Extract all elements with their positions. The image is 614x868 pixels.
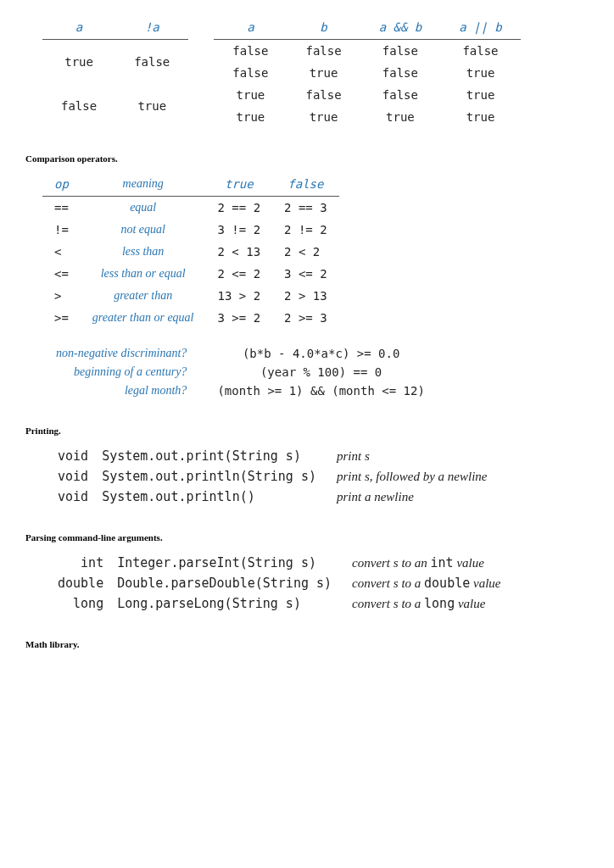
table-row: falsetruefalsetrue bbox=[214, 62, 520, 84]
table-row: longLong.parseLong(String s)convert s to… bbox=[51, 593, 507, 614]
signature: System.out.println(String s) bbox=[95, 466, 323, 487]
return-type: void bbox=[51, 446, 95, 466]
table-row: >=greater than or equal3 >= 22 >= 3 bbox=[42, 307, 339, 329]
question-cell: beginning of a century? bbox=[51, 363, 212, 381]
op-cell: != bbox=[42, 219, 81, 241]
comparison-table: op meaning true false ==equal2 == 22 == … bbox=[42, 174, 339, 329]
table-row: beginning of a century?(year % 100) == 0 bbox=[51, 363, 430, 381]
meaning-cell: less than bbox=[81, 241, 206, 263]
cell: false bbox=[214, 62, 287, 84]
return-type: void bbox=[51, 466, 95, 487]
cell: true bbox=[287, 106, 360, 128]
false-cell: 2 == 3 bbox=[272, 197, 339, 220]
table-row: voidSystem.out.println()print a newline bbox=[51, 487, 494, 507]
false-cell: 2 > 13 bbox=[272, 285, 339, 307]
cell: false bbox=[360, 40, 441, 63]
true-cell: 2 <= 2 bbox=[206, 263, 273, 285]
true-cell: 2 == 2 bbox=[206, 197, 273, 220]
answer-cell: (b*b - 4.0*a*c) >= 0.0 bbox=[212, 344, 429, 363]
cell: true bbox=[287, 62, 360, 84]
col-b: b bbox=[287, 17, 360, 40]
description: print s bbox=[323, 446, 494, 466]
cell: false bbox=[42, 84, 115, 128]
col-or: a || b bbox=[440, 17, 521, 40]
op-cell: <= bbox=[42, 263, 81, 285]
description: print s, followed by a newline bbox=[323, 466, 494, 487]
truth-tables: a !a truefalsefalsetrue a b a && b a || … bbox=[42, 17, 614, 128]
cell: true bbox=[42, 40, 115, 85]
cell: true bbox=[214, 84, 287, 106]
col-a: a bbox=[42, 17, 115, 40]
meaning-cell: less than or equal bbox=[81, 263, 206, 285]
description: convert s to a long value bbox=[338, 593, 507, 614]
answer-cell: (year % 100) == 0 bbox=[212, 363, 429, 381]
meaning-cell: greater than bbox=[81, 285, 206, 307]
col-false: false bbox=[272, 174, 339, 197]
answer-cell: (month >= 1) && (month <= 12) bbox=[212, 381, 429, 400]
col-not-a: !a bbox=[115, 17, 188, 40]
cell: true bbox=[115, 84, 188, 128]
false-cell: 2 < 2 bbox=[272, 241, 339, 263]
return-type: int bbox=[51, 553, 110, 573]
false-cell: 2 != 2 bbox=[272, 219, 339, 241]
cell: false bbox=[115, 40, 188, 85]
col-true: true bbox=[206, 174, 273, 197]
col-meaning: meaning bbox=[81, 174, 206, 197]
cell: false bbox=[287, 84, 360, 106]
signature: Long.parseLong(String s) bbox=[110, 593, 338, 614]
section-comparison: Comparison operators. bbox=[25, 153, 614, 164]
cell: false bbox=[214, 40, 287, 63]
false-cell: 2 >= 3 bbox=[272, 307, 339, 329]
printing-api: voidSystem.out.print(String s)print svoi… bbox=[51, 446, 494, 507]
table-row: legal month?(month >= 1) && (month <= 12… bbox=[51, 381, 430, 400]
true-cell: 3 != 2 bbox=[206, 219, 273, 241]
description: convert s to a double value bbox=[338, 573, 507, 593]
table-row: <less than2 < 132 < 2 bbox=[42, 241, 339, 263]
table-row: >greater than13 > 22 > 13 bbox=[42, 285, 339, 307]
signature: System.out.println() bbox=[95, 487, 323, 507]
cell: true bbox=[440, 84, 521, 106]
parsing-api: intInteger.parseInt(String s)convert s t… bbox=[51, 553, 507, 614]
true-cell: 3 >= 2 bbox=[206, 307, 273, 329]
signature: Double.parseDouble(String s) bbox=[110, 573, 338, 593]
table-row: !=not equal3 != 22 != 2 bbox=[42, 219, 339, 241]
cell: false bbox=[360, 62, 441, 84]
col-and: a && b bbox=[360, 17, 441, 40]
op-cell: == bbox=[42, 197, 81, 220]
table-row: falsetrue bbox=[42, 84, 188, 128]
table-row: truefalsefalsetrue bbox=[214, 84, 520, 106]
table-row: voidSystem.out.print(String s)print s bbox=[51, 446, 494, 466]
signature: System.out.print(String s) bbox=[95, 446, 323, 466]
expression-examples: non-negative discriminant?(b*b - 4.0*a*c… bbox=[51, 344, 430, 400]
op-cell: > bbox=[42, 285, 81, 307]
meaning-cell: greater than or equal bbox=[81, 307, 206, 329]
col-a: a bbox=[214, 17, 287, 40]
table-row: intInteger.parseInt(String s)convert s t… bbox=[51, 553, 507, 573]
truth-table-and-or: a b a && b a || b falsefalsefalsefalsefa… bbox=[214, 17, 520, 128]
cell: true bbox=[440, 106, 521, 128]
table-row: doubleDouble.parseDouble(String s)conver… bbox=[51, 573, 507, 593]
table-row: falsefalsefalsefalse bbox=[214, 40, 520, 63]
table-row: non-negative discriminant?(b*b - 4.0*a*c… bbox=[51, 344, 430, 363]
false-cell: 3 <= 2 bbox=[272, 263, 339, 285]
cell: true bbox=[440, 62, 521, 84]
question-cell: legal month? bbox=[51, 381, 212, 400]
cell: false bbox=[440, 40, 521, 63]
table-row: voidSystem.out.println(String s)print s,… bbox=[51, 466, 494, 487]
true-cell: 2 < 13 bbox=[206, 241, 273, 263]
col-op: op bbox=[42, 174, 81, 197]
question-cell: non-negative discriminant? bbox=[51, 344, 212, 363]
return-type: double bbox=[51, 573, 110, 593]
op-cell: >= bbox=[42, 307, 81, 329]
cell: true bbox=[360, 106, 441, 128]
cell: false bbox=[287, 40, 360, 63]
meaning-cell: equal bbox=[81, 197, 206, 220]
true-cell: 13 > 2 bbox=[206, 285, 273, 307]
op-cell: < bbox=[42, 241, 81, 263]
cell: false bbox=[360, 84, 441, 106]
cell: true bbox=[214, 106, 287, 128]
table-row: truefalse bbox=[42, 40, 188, 85]
table-row: truetruetruetrue bbox=[214, 106, 520, 128]
description: convert s to an int value bbox=[338, 553, 507, 573]
section-math: Math library. bbox=[25, 639, 614, 649]
